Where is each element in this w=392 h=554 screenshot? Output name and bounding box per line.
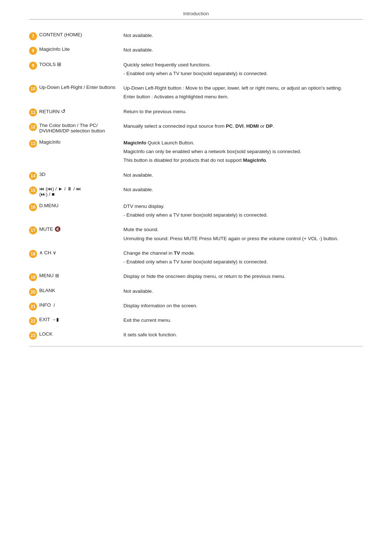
table-row: 16D.MENUDTV menu display.- Enabled only … <box>29 199 363 223</box>
description-line: Not available. <box>123 32 363 39</box>
description-line: This button is disabled for products tha… <box>123 157 363 164</box>
row-label: EXIT →▮ <box>39 317 59 322</box>
row-badge: 11 <box>29 108 37 116</box>
table-row: 11RETURN ↺Return to the previous menu. <box>29 104 363 119</box>
left-col: 143D <box>29 172 123 180</box>
row-badge: 22 <box>29 317 37 325</box>
right-col: Not available. <box>123 288 363 296</box>
row-badge: 13 <box>29 140 37 148</box>
row-badge: 17 <box>29 226 37 234</box>
table-row: 20BLANKNot available. <box>29 284 363 299</box>
row-badge: 9 <box>29 62 37 70</box>
right-col: Display or hide the onscreen display men… <box>123 273 363 282</box>
description-line: Manually select a connected input source… <box>123 123 363 130</box>
row-label: MENU ⊞ <box>39 273 59 278</box>
bottom-divider <box>29 346 363 346</box>
left-col: 17MUTE 🔇 <box>29 226 123 244</box>
description-line: It sets safe lock function. <box>123 331 363 338</box>
table-row: 143DNot available. <box>29 168 363 182</box>
row-label: ∧ CH ∨ <box>39 250 56 255</box>
left-col: 12The Color button / The PC/ DVI/HDMI/DP… <box>29 123 123 134</box>
table-row: 21INFO iDisplay information on the scree… <box>29 299 363 313</box>
description-line: Display information on the screen. <box>123 302 363 309</box>
description-line: Not available. <box>123 288 363 295</box>
left-col: 16D.MENU <box>29 203 123 221</box>
right-col: Exit the current menu. <box>123 317 363 325</box>
row-label: CONTENT (HOME) <box>39 32 82 37</box>
left-col: 11RETURN ↺ <box>29 108 123 117</box>
row-label: 3D <box>39 172 45 177</box>
right-col: Mute the sound.Unmuting the sound: Press… <box>123 226 363 244</box>
left-col: 22EXIT →▮ <box>29 317 123 325</box>
right-col: Quickly select frequently used functions… <box>123 61 363 79</box>
header-title: Introduction <box>183 11 209 16</box>
row-badge: 23 <box>29 332 37 340</box>
description-line: Unmuting the sound: Press MUTE Press MUT… <box>123 235 363 242</box>
table-row: 19MENU ⊞Display or hide the onscreen dis… <box>29 269 363 284</box>
left-col: 9TOOLS ⊞ <box>29 61 123 79</box>
right-col: Manually select a connected input source… <box>123 123 363 134</box>
right-col: Not available. <box>123 186 363 197</box>
table-row: 13MagicInfoMagicInfo Quick Launch Button… <box>29 136 363 168</box>
row-label: Up-Down Left-Right / Enter buttons <box>39 85 115 90</box>
left-col: 19MENU ⊞ <box>29 273 123 282</box>
row-label: BLANK <box>39 288 55 293</box>
page: Introduction 7CONTENT (HOME)Not availabl… <box>0 0 392 554</box>
right-col: Not available. <box>123 172 363 180</box>
row-label: ⏮ (⏮) / ► / ⏸ / ⏭(⏭) / ■ <box>39 186 81 197</box>
description-line: Return to the previous menu. <box>123 108 363 115</box>
description-line: - Enabled only when a TV tuner box(sold … <box>123 70 363 77</box>
row-badge: 12 <box>29 123 37 131</box>
right-col: DTV menu display.- Enabled only when a T… <box>123 203 363 221</box>
row-label: INFO i <box>39 302 55 308</box>
page-header: Introduction <box>29 11 363 20</box>
table-row: 17MUTE 🔇Mute the sound.Unmuting the soun… <box>29 222 363 246</box>
table-row: 9TOOLS ⊞Quickly select frequently used f… <box>29 58 363 81</box>
row-label: D.MENU <box>39 203 58 208</box>
left-col: 7CONTENT (HOME) <box>29 32 123 41</box>
table-row: 18∧ CH ∨Change the channel in TV mode.- … <box>29 246 363 270</box>
table-row: 8MagicInfo LiteNot available. <box>29 43 363 57</box>
description-line: Quickly select frequently used functions… <box>123 61 363 69</box>
description-line: Enter button : Activates a highlighted m… <box>123 93 363 100</box>
description-line: Not available. <box>123 46 363 54</box>
description-line: Mute the sound. <box>123 226 363 233</box>
table-row: 7CONTENT (HOME)Not available. <box>29 28 363 43</box>
left-col: 21INFO i <box>29 302 123 311</box>
row-badge: 7 <box>29 32 37 40</box>
description-line: - Enabled only when a TV tuner box(sold … <box>123 212 363 219</box>
table-row: 15⏮ (⏮) / ► / ⏸ / ⏭(⏭) / ■Not available. <box>29 182 363 199</box>
right-col: It sets safe lock function. <box>123 331 363 340</box>
row-label: MagicInfo <box>39 139 61 145</box>
description-line: - Enabled only when a TV tuner box(sold … <box>123 258 363 266</box>
row-label: MUTE 🔇 <box>39 226 61 232</box>
table-row: 22EXIT →▮Exit the current menu. <box>29 313 363 328</box>
table-row: 10Up-Down Left-Right / Enter buttonsUp-D… <box>29 81 363 104</box>
left-col: 13MagicInfo <box>29 139 123 166</box>
row-badge: 10 <box>29 85 37 93</box>
table-row: 12The Color button / The PC/ DVI/HDMI/DP… <box>29 119 363 136</box>
description-line: Change the channel in TV mode. <box>123 250 363 257</box>
left-col: 10Up-Down Left-Right / Enter buttons <box>29 85 123 102</box>
row-badge: 8 <box>29 47 37 55</box>
row-label: TOOLS ⊞ <box>39 61 61 67</box>
right-col: Change the channel in TV mode.- Enabled … <box>123 250 363 267</box>
row-badge: 14 <box>29 172 37 180</box>
row-label: The Color button / The PC/ DVI/HDMI/DP s… <box>39 123 117 134</box>
description-line: DTV menu display. <box>123 203 363 210</box>
row-badge: 21 <box>29 303 37 311</box>
row-badge: 20 <box>29 288 37 296</box>
right-col: Not available. <box>123 32 363 41</box>
left-col: 8MagicInfo Lite <box>29 46 123 55</box>
description-line: Exit the current menu. <box>123 317 363 324</box>
right-col: Up-Down Left-Right button : Move to the … <box>123 85 363 102</box>
row-label: LOCK <box>39 331 53 337</box>
description-line: Display or hide the onscreen display men… <box>123 273 363 280</box>
left-col: 15⏮ (⏮) / ► / ⏸ / ⏭(⏭) / ■ <box>29 186 123 197</box>
right-col: MagicInfo Quick Launch Button.MagicInfo … <box>123 139 363 166</box>
right-col: Return to the previous menu. <box>123 108 363 117</box>
content-table: 7CONTENT (HOME)Not available.8MagicInfo … <box>29 28 363 342</box>
right-col: Not available. <box>123 46 363 55</box>
row-badge: 19 <box>29 273 37 281</box>
description-line: MagicInfo Quick Launch Button. <box>123 139 363 147</box>
